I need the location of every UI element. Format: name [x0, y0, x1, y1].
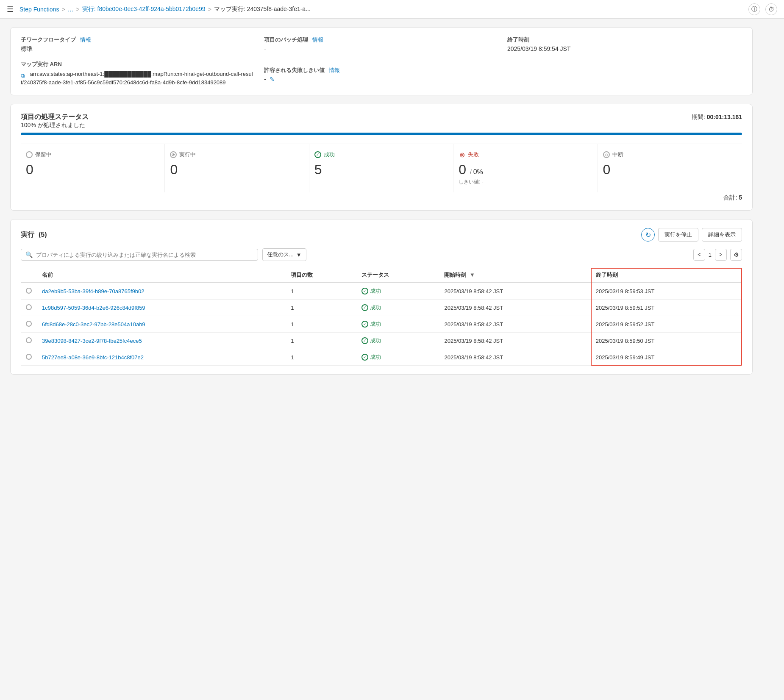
- prev-page-button[interactable]: <: [693, 249, 705, 261]
- table-row: 1c98d597-5059-36d4-b2e6-926c84d9f859 1 ✓…: [21, 300, 742, 316]
- refresh-button[interactable]: ↻: [641, 228, 655, 242]
- status-cell-0: ✓ 成功: [356, 283, 439, 300]
- arn-value: ⧉ arn:aws:states:ap-northeast-1:████████…: [21, 70, 256, 86]
- pagination-row: < 1 > ⚙: [693, 249, 742, 261]
- row-radio-1[interactable]: [26, 304, 32, 310]
- total-count: 5: [739, 194, 742, 201]
- row-radio-2[interactable]: [26, 321, 32, 327]
- end-time-cell-2: 2025/03/19 8:59:52 JST: [591, 316, 742, 333]
- executions-table: 名前 項目の数 ステータス 開始時刻 ▼ 終了時刻 da2eb9b5-53ba-…: [21, 268, 742, 366]
- row-radio-3[interactable]: [26, 337, 32, 343]
- status-right: 期間: 00:01:13.161: [692, 114, 742, 121]
- executions-card: 実行 (5) ↻ 実行を停止 詳細を表示 🔍 任意のス... ▼ < 1 > ⚙: [10, 219, 753, 375]
- success-count: 5: [314, 162, 448, 178]
- batch-value: -: [264, 45, 499, 52]
- end-time-value: 2025/03/19 8:59:54 JST: [507, 45, 742, 52]
- sort-arrow-icon: ▼: [470, 272, 475, 278]
- duration-value: 00:01:13.161: [707, 114, 742, 120]
- item-count-col-header[interactable]: 項目の数: [286, 268, 356, 283]
- executions-table-body: da2eb9b5-53ba-39f4-b89e-70a8765f9b02 1 ✓…: [21, 283, 742, 366]
- executions-table-wrapper: 名前 項目の数 ステータス 開始時刻 ▼ 終了時刻 da2eb9b5-53ba-…: [21, 268, 742, 366]
- item-count-cell-2: 1: [286, 316, 356, 333]
- name-col-header[interactable]: 名前: [37, 268, 286, 283]
- map-arn-label: マップ実行 ARN: [21, 61, 256, 68]
- breadcrumb-execution[interactable]: 実行: f80be00e-0ec3-42ff-924a-5bb0172b0e99: [82, 6, 206, 13]
- status-col-header[interactable]: ステータス: [356, 268, 439, 283]
- status-left: 項目の処理ステータス 100% が処理されました: [21, 113, 89, 129]
- history-icon-btn[interactable]: ⏱: [765, 3, 777, 15]
- info-icon-btn[interactable]: ⓘ: [748, 3, 760, 15]
- filter-label: 任意のス...: [267, 251, 294, 258]
- exec-name-link-1[interactable]: 1c98d597-5059-36d4-b2e6-926c84d9f859: [42, 305, 145, 311]
- status-text-0: 成功: [370, 287, 381, 295]
- pending-count: 0: [26, 162, 159, 178]
- item-count-cell-3: 1: [286, 333, 356, 349]
- progress-bar-container: [21, 133, 742, 135]
- exec-name-link-0[interactable]: da2eb9b5-53ba-39f4-b89e-70a8765f9b02: [42, 288, 144, 294]
- abort-icon: ⊖: [603, 151, 610, 158]
- menu-icon[interactable]: ☰: [7, 5, 14, 14]
- search-input-wrapper: 🔍: [21, 249, 258, 261]
- start-time-cell-4: 2025/03/19 8:58:42 JST: [439, 349, 590, 366]
- batch-section: 項目のバッチ処理 情報 - 許容される失敗しきい値 情報 - ✎: [264, 36, 499, 86]
- breadcrumb-ellipsis[interactable]: …: [68, 6, 74, 13]
- status-card: 項目の処理ステータス 100% が処理されました 期間: 00:01:13.16…: [10, 104, 753, 211]
- batch-info-link[interactable]: 情報: [312, 36, 323, 43]
- item-count-cell-1: 1: [286, 300, 356, 316]
- end-time-cell-3: 2025/03/19 8:59:50 JST: [591, 333, 742, 349]
- select-col-header: [21, 268, 37, 283]
- topbar-icons: ⓘ ⏱: [748, 3, 777, 15]
- child-workflow-section: 子ワークフロータイプ 情報 標準 マップ実行 ARN ⧉ arn:aws:sta…: [21, 36, 256, 86]
- status-text-4: 成功: [370, 353, 381, 361]
- tolerance-info-link[interactable]: 情報: [329, 67, 340, 73]
- settings-button[interactable]: ⚙: [730, 249, 742, 261]
- breadcrumb-map-execution: マップ実行: 240375f8-aade-3fe1-a...: [214, 6, 311, 13]
- tolerance-edit-icon[interactable]: ✎: [270, 76, 275, 83]
- exec-header: 実行 (5) ↻ 実行を停止 詳細を表示: [21, 228, 742, 242]
- status-cell-4: ✓ 成功: [356, 349, 439, 366]
- exec-name-link-4[interactable]: 5b727ee8-a08e-36e9-8bfc-121b4c8f07e2: [42, 354, 144, 361]
- show-detail-button[interactable]: 詳細を表示: [702, 228, 742, 242]
- status-text-1: 成功: [370, 304, 381, 311]
- status-counts: 保留中 0 ⟳ 実行中 0 ✓ 成功 5: [21, 144, 742, 192]
- fail-count: 0 / 0%: [459, 162, 592, 178]
- running-icon: ⟳: [170, 151, 177, 158]
- abort-label: ⊖ 中断: [603, 151, 737, 158]
- next-page-button[interactable]: >: [715, 249, 727, 261]
- total-line: 合計: 5: [21, 194, 742, 202]
- fail-threshold: しきい値: -: [459, 178, 592, 186]
- row-radio-4[interactable]: [26, 354, 32, 360]
- copy-icon[interactable]: ⧉: [21, 72, 27, 78]
- item-count-cell-0: 1: [286, 283, 356, 300]
- breadcrumb-step-functions[interactable]: Step Functions: [19, 6, 59, 13]
- status-text-2: 成功: [370, 320, 381, 328]
- start-time-cell-2: 2025/03/19 8:58:42 JST: [439, 316, 590, 333]
- exec-name-link-2[interactable]: 6fd8d68e-28c0-3ec2-97bb-28e504a10ab9: [42, 321, 145, 328]
- status-cell-3: ✓ 成功: [356, 333, 439, 349]
- child-workflow-info-link[interactable]: 情報: [80, 36, 91, 43]
- stop-execution-button[interactable]: 実行を停止: [658, 228, 698, 242]
- success-badge-icon-4: ✓: [361, 354, 368, 361]
- fail-icon: ⊗: [459, 151, 465, 158]
- status-header: 項目の処理ステータス 100% が処理されました 期間: 00:01:13.16…: [21, 113, 742, 129]
- status-running: ⟳ 実行中 0: [165, 144, 309, 192]
- search-input[interactable]: [36, 252, 253, 258]
- breadcrumb-sep-3: >: [208, 6, 211, 13]
- start-time-cell-0: 2025/03/19 8:58:42 JST: [439, 283, 590, 300]
- status-title: 項目の処理ステータス: [21, 113, 89, 122]
- running-count: 0: [170, 162, 303, 178]
- end-time-cell-1: 2025/03/19 8:59:51 JST: [591, 300, 742, 316]
- end-time-col-header[interactable]: 終了時刻: [591, 268, 742, 283]
- start-time-col-header[interactable]: 開始時刻 ▼: [439, 268, 590, 283]
- exec-title: 実行: [21, 231, 34, 239]
- table-row: 6fd8d68e-28c0-3ec2-97bb-28e504a10ab9 1 ✓…: [21, 316, 742, 333]
- success-badge-icon-1: ✓: [361, 304, 368, 311]
- info-grid: 子ワークフロータイプ 情報 標準 マップ実行 ARN ⧉ arn:aws:sta…: [21, 36, 742, 86]
- exec-name-link-3[interactable]: 39e83098-8427-3ce2-9f78-fbe25fc4ece5: [42, 338, 142, 344]
- filter-dropdown[interactable]: 任意のス... ▼: [262, 248, 306, 261]
- success-icon: ✓: [314, 151, 321, 158]
- start-time-cell-1: 2025/03/19 8:58:42 JST: [439, 300, 590, 316]
- table-row: da2eb9b5-53ba-39f4-b89e-70a8765f9b02 1 ✓…: [21, 283, 742, 300]
- row-radio-0[interactable]: [26, 288, 32, 294]
- end-time-cell-0: 2025/03/19 8:59:53 JST: [591, 283, 742, 300]
